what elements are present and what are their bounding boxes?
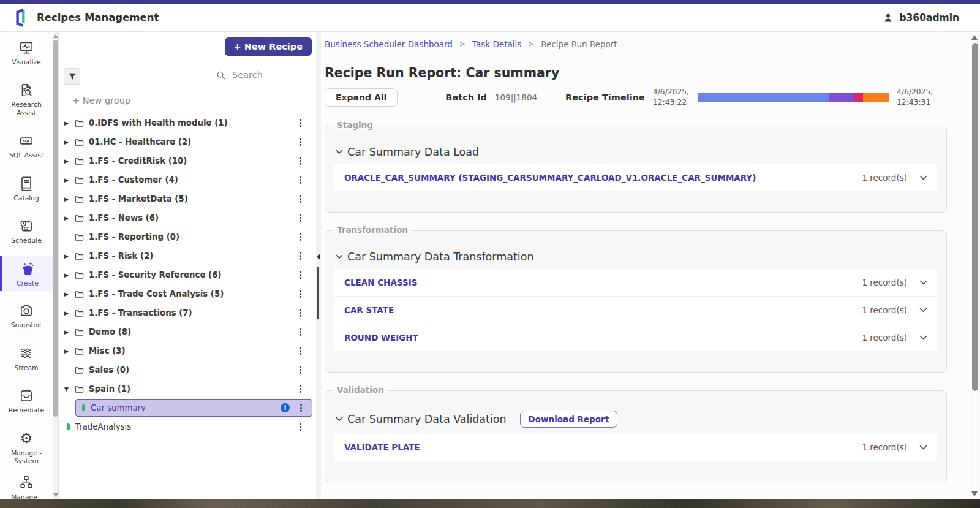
caret-right-icon[interactable]: ▶ [64, 158, 75, 164]
info-icon[interactable]: i [281, 403, 290, 412]
tree-item-1-fs-customer-4[interactable]: ▶1.FS - Customer (4)⋮ [59, 170, 316, 189]
record-name[interactable]: ROUND WEIGHT [344, 333, 418, 343]
filter-button[interactable] [64, 68, 80, 85]
sidebar-item-schedule[interactable]: Schedule [0, 218, 53, 245]
tree-item-1-fs-news-6[interactable]: ▶1.FS - News (6)⋮ [59, 208, 316, 227]
kebab-menu-icon[interactable]: ⋮ [296, 137, 305, 148]
record-name[interactable]: CLEAN CHASSIS [344, 278, 417, 287]
tree-item-1-fs-creditrisk-10[interactable]: ▶1.FS - CreditRisk (10)⋮ [59, 151, 316, 170]
breadcrumb-business-scheduler-dashboard[interactable]: Business Scheduler Dashboard [325, 39, 453, 49]
record-name[interactable]: ORACLE_CAR_SUMMARY (STAGING_CARSUMMARY_C… [344, 173, 756, 183]
tree-item-1-fs-trade-cost-analysis-5[interactable]: ▶1.FS - Trade Cost Analysis (5)⋮ [59, 284, 316, 303]
search-box[interactable] [215, 67, 311, 85]
caret-right-icon[interactable]: ▶ [64, 310, 75, 316]
kebab-menu-icon[interactable]: ⋮ [296, 327, 305, 338]
new-recipe-button[interactable]: + New Recipe [225, 37, 312, 56]
caret-down-icon[interactable]: ▼ [64, 386, 75, 392]
tree-item-spain-1[interactable]: ▼Spain (1)⋮ [59, 379, 316, 398]
search-input[interactable] [231, 69, 302, 80]
kebab-menu-icon[interactable]: ⋮ [296, 289, 305, 300]
sidebar-item-catalog[interactable]: Catalog [0, 175, 53, 202]
caret-right-icon[interactable]: ▶ [64, 291, 75, 297]
chevron-down-icon[interactable] [336, 150, 343, 154]
chevron-down-icon[interactable] [919, 308, 927, 313]
kebab-menu-icon[interactable]: ⋮ [296, 346, 305, 357]
tree-item-01-hc-healthcare-2[interactable]: ▶01.HC - Healthcare (2)⋮ [59, 132, 316, 151]
chevron-down-icon[interactable] [336, 417, 343, 422]
main-scroll-thumb[interactable] [972, 43, 978, 391]
caret-right-icon[interactable]: ▶ [64, 253, 75, 259]
tree-item-1-fs-risk-2[interactable]: ▶1.FS - Risk (2)⋮ [59, 246, 316, 265]
kebab-menu-icon[interactable]: ⋮ [296, 384, 305, 395]
scroll-up-icon[interactable] [971, 35, 978, 40]
kebab-menu-icon[interactable]: ⋮ [296, 118, 305, 129]
sidebar-item-research-assist[interactable]: Research Assist [0, 82, 53, 117]
chevron-down-icon[interactable] [919, 280, 927, 285]
kebab-menu-icon[interactable]: ⋮ [296, 365, 305, 376]
kebab-menu-icon[interactable]: ⋮ [296, 194, 305, 205]
breadcrumb-task-details[interactable]: Task Details [472, 39, 521, 49]
kebab-menu-icon[interactable]: ⋮ [296, 156, 305, 167]
expand-all-button[interactable]: Expand All [325, 88, 398, 107]
kebab-menu-icon[interactable]: ⋮ [296, 403, 306, 414]
record-name[interactable]: VALIDATE PLATE [344, 442, 420, 452]
selected-recipe-row[interactable]: Car summaryi⋮ [75, 399, 312, 417]
record-row[interactable]: CAR STATE1 record(s) [334, 296, 937, 324]
user-menu[interactable]: b360admin [883, 12, 959, 23]
sidebar-item-visualize[interactable]: Visualize [0, 39, 53, 66]
sidebar-item-manage-system[interactable]: ⚙Manage - System [0, 430, 53, 466]
caret-right-icon[interactable]: ▶ [64, 215, 75, 221]
kebab-menu-icon[interactable]: ⋮ [296, 175, 305, 186]
caret-right-icon[interactable]: ▶ [64, 120, 75, 126]
tree-item-misc-3[interactable]: ▶Misc (3)⋮ [59, 341, 316, 360]
chevron-down-icon[interactable] [919, 175, 927, 180]
collapse-panel-handle[interactable] [317, 254, 320, 260]
sidebar-scroll-thumb[interactable] [53, 40, 58, 417]
caret-right-icon[interactable]: ▶ [64, 139, 75, 145]
chevron-down-icon[interactable] [336, 254, 343, 259]
sidebar-item-stream[interactable]: Stream [0, 345, 53, 372]
kebab-menu-icon[interactable]: ⋮ [296, 251, 305, 262]
record-row[interactable]: ORACLE_CAR_SUMMARY (STAGING_CARSUMMARY_C… [334, 164, 937, 191]
scroll-down-icon[interactable] [53, 493, 58, 497]
sidebar-scrollbar[interactable] [53, 32, 58, 499]
divider-scroll-thumb[interactable] [317, 267, 319, 319]
scroll-up-icon[interactable] [53, 34, 58, 38]
kebab-menu-icon[interactable]: ⋮ [296, 308, 305, 319]
tree-item-1-fs-security-reference-6[interactable]: ▶1.FS - Security Reference (6)⋮ [59, 265, 316, 284]
scroll-down-icon[interactable] [971, 491, 978, 496]
kebab-menu-icon[interactable]: ⋮ [296, 213, 305, 224]
caret-right-icon[interactable]: ▶ [64, 196, 75, 202]
manage-calendars-icon [18, 474, 34, 491]
sidebar-item-remediate[interactable]: Remediate [0, 387, 53, 414]
tree-item-1-fs-reporting-0[interactable]: 1.FS - Reporting (0)⋮ [59, 227, 316, 246]
new-group-button[interactable]: + New group [72, 96, 316, 105]
main-scrollbar[interactable] [970, 32, 980, 499]
sidebar-item-snapshot[interactable]: Snapshot [0, 302, 53, 329]
sidebar-item-create[interactable]: Create [0, 256, 53, 291]
sidebar-item-sql-assist[interactable]: SQLSQL Assist [0, 132, 53, 159]
chevron-down-icon[interactable] [919, 335, 927, 340]
record-name[interactable]: CAR STATE [344, 305, 394, 315]
tree-item-tradeanalysis[interactable]: TradeAnalysis⋮ [59, 417, 316, 436]
group-header: Car Summary Data ValidationDownload Repo… [336, 411, 937, 428]
recipes-panel: + New Recipe + New group ▶0.IDFS with He… [58, 32, 317, 499]
record-row[interactable]: VALIDATE PLATE1 record(s) [334, 434, 937, 461]
caret-right-icon[interactable]: ▶ [64, 177, 75, 183]
kebab-menu-icon[interactable]: ⋮ [296, 422, 305, 433]
tree-item-demo-8[interactable]: ▶Demo (8)⋮ [59, 322, 316, 341]
tree-item-sales-0[interactable]: Sales (0)⋮ [59, 360, 316, 379]
download-report-button[interactable]: Download Report [520, 411, 618, 428]
caret-right-icon[interactable]: ▶ [64, 348, 75, 354]
kebab-menu-icon[interactable]: ⋮ [296, 270, 305, 281]
tree-item-1-fs-transactions-7[interactable]: ▶1.FS - Transactions (7)⋮ [59, 303, 316, 322]
record-row[interactable]: ROUND WEIGHT1 record(s) [334, 324, 937, 351]
kebab-menu-icon[interactable]: ⋮ [296, 232, 305, 243]
sidebar-item-manage-calendars[interactable]: Manage - Calendars [0, 474, 53, 499]
caret-right-icon[interactable]: ▶ [64, 329, 75, 335]
caret-right-icon[interactable]: ▶ [64, 272, 75, 278]
tree-item-1-fs-marketdata-5[interactable]: ▶1.FS - MarketData (5)⋮ [59, 189, 316, 208]
record-row[interactable]: CLEAN CHASSIS1 record(s) [334, 269, 937, 296]
tree-item-0-idfs-with-health-module-1[interactable]: ▶0.IDFS with Health module (1)⋮ [59, 113, 316, 132]
chevron-down-icon[interactable] [919, 445, 927, 450]
